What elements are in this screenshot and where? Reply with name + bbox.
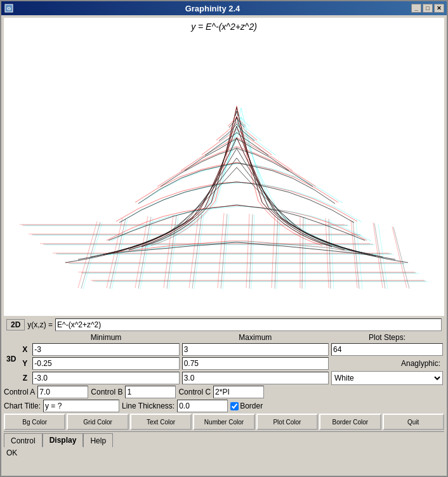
tab-help[interactable]: Help bbox=[83, 433, 113, 447]
axis-y-label: Y bbox=[18, 356, 31, 370]
bottom-tabs: Control Display Help bbox=[4, 433, 113, 447]
tab-display[interactable]: Display bbox=[43, 433, 84, 447]
control-a-input[interactable] bbox=[37, 386, 88, 398]
quit-button[interactable]: Quit bbox=[383, 414, 444, 430]
svg-rect-2 bbox=[15, 50, 433, 297]
z-max-input[interactable] bbox=[182, 372, 329, 384]
table-row: X bbox=[18, 343, 444, 356]
control-b-label: Control B bbox=[91, 388, 122, 396]
control-a-label: Control A bbox=[4, 388, 35, 396]
line-thickness-input[interactable] bbox=[177, 400, 228, 412]
color-buttons-row: Bg Color Grid Color Text Color Number Co… bbox=[4, 414, 444, 430]
2d-button[interactable]: 2D bbox=[6, 319, 25, 330]
close-button[interactable]: ✕ bbox=[434, 4, 444, 13]
minimize-button[interactable]: _ bbox=[411, 4, 421, 13]
col-steps-header: Plot Steps: bbox=[330, 332, 444, 343]
axis-z-label: Z bbox=[18, 370, 31, 386]
y-max-input[interactable] bbox=[182, 357, 329, 370]
graph-container bbox=[4, 32, 444, 316]
border-label: Border bbox=[240, 402, 263, 410]
controls-area: 2D y(x,z) = 3D Minimum Maximum Plot Step… bbox=[1, 316, 447, 459]
equation-row: 2D y(x,z) = bbox=[4, 317, 444, 332]
plot-steps-input[interactable] bbox=[331, 343, 443, 356]
text-color-button[interactable]: Text Color bbox=[130, 414, 192, 430]
border-checkbox-label[interactable]: Border bbox=[230, 402, 263, 410]
border-color-button[interactable]: Border Color bbox=[319, 414, 381, 430]
axis-table: Minimum Maximum Plot Steps: X bbox=[18, 332, 444, 386]
control-c-input[interactable] bbox=[213, 386, 264, 398]
axis-x-label: X bbox=[18, 343, 31, 356]
equation-label: y(x,z) = bbox=[27, 320, 53, 329]
chart-title-label: Chart Title: bbox=[4, 402, 41, 410]
main-window: G Graphinity 2.4 _ □ ✕ y = E^-(x^2+z^2) bbox=[0, 0, 448, 477]
controls-abc-row: Control A Control B Control C bbox=[4, 386, 444, 398]
number-color-button[interactable]: Number Color bbox=[193, 414, 254, 430]
equation-input[interactable] bbox=[55, 318, 442, 331]
status-text: OK bbox=[6, 448, 17, 457]
col-axis-header bbox=[18, 332, 31, 343]
graph-canvas: y = E^-(x^2+z^2) bbox=[4, 18, 444, 316]
col-maximum-header: Maximum bbox=[181, 332, 330, 343]
svg-text:G: G bbox=[7, 6, 11, 11]
formula-title: y = E^-(x^2+z^2) bbox=[191, 22, 257, 32]
chart-options-row: Chart Title: Line Thickness: Border bbox=[4, 400, 444, 412]
bottom-area: Control Display Help bbox=[4, 431, 444, 447]
chart-title-input[interactable] bbox=[43, 400, 119, 412]
bg-color-button[interactable]: Bg Color bbox=[4, 414, 65, 430]
titlebar: G Graphinity 2.4 _ □ ✕ bbox=[1, 1, 447, 15]
grid-color-button[interactable]: Grid Color bbox=[67, 414, 128, 430]
border-checkbox[interactable] bbox=[230, 402, 239, 410]
status-bar: OK bbox=[4, 447, 444, 458]
x-max-input[interactable] bbox=[182, 343, 329, 356]
3d-label: 3D bbox=[6, 355, 16, 363]
table-row: Y Anaglyphic: bbox=[18, 356, 444, 370]
graph-svg bbox=[15, 50, 433, 297]
table-row: Z White Red/Cyan Red/Green None bbox=[18, 370, 444, 386]
line-thickness-label: Line Thickness: bbox=[122, 402, 175, 410]
col-minimum-header: Minimum bbox=[31, 332, 180, 343]
maximize-button[interactable]: □ bbox=[423, 4, 433, 13]
anaglyphic-label: Anaglyphic: bbox=[331, 359, 443, 368]
anaglyphic-select[interactable]: White Red/Cyan Red/Green None bbox=[331, 371, 443, 385]
z-min-input[interactable] bbox=[32, 372, 179, 384]
window-controls: _ □ ✕ bbox=[411, 4, 444, 13]
plot-color-button[interactable]: Plot Color bbox=[256, 414, 318, 430]
window-title: Graphinity 2.4 bbox=[14, 4, 411, 13]
app-icon: G bbox=[4, 4, 14, 13]
control-b-input[interactable] bbox=[125, 386, 176, 398]
tab-control[interactable]: Control bbox=[4, 433, 43, 447]
control-c-label: Control C bbox=[178, 388, 211, 396]
x-min-input[interactable] bbox=[32, 343, 179, 356]
y-min-input[interactable] bbox=[32, 357, 179, 370]
